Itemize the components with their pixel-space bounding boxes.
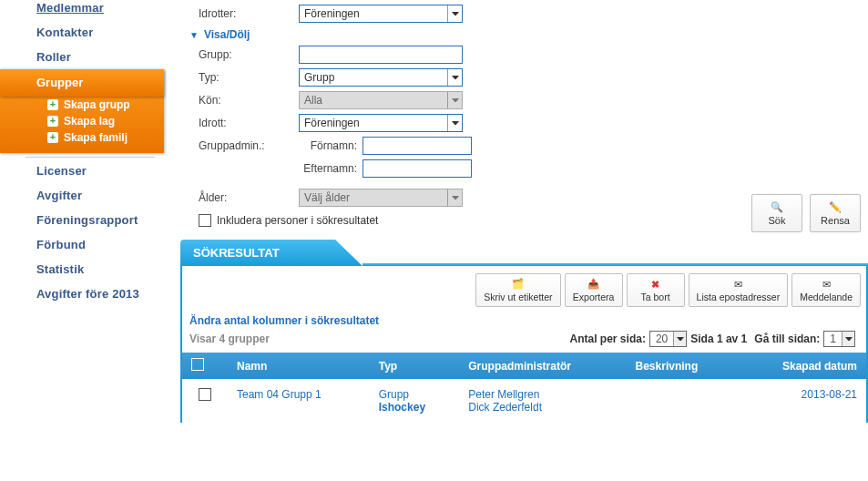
chevron-down-icon (842, 332, 854, 346)
nav-kontakter[interactable]: Kontakter (0, 20, 164, 45)
rensa-button[interactable]: ✏️ Rensa (810, 194, 861, 232)
change-columns-link[interactable]: Ändra antal kolumner i sökresultatet (182, 311, 866, 329)
group-sport-link[interactable]: Ishockey (379, 401, 425, 414)
efternamn-input[interactable] (363, 159, 472, 178)
select-value: Grupp (300, 71, 447, 84)
col-beskr[interactable]: Beskrivning (627, 353, 739, 379)
nav-sub-label: Skapa familj (64, 131, 128, 144)
triangle-down-icon: ▼ (189, 30, 199, 40)
nav-roller[interactable]: Roller (0, 45, 164, 69)
results-body: 🗂️ Skriv ut etiketter 📤 Exportera ✖ Ta b… (180, 266, 868, 423)
idrott-select[interactable]: Föreningen (299, 114, 463, 132)
nav-foreningsrapport[interactable]: Föreningsrapport (0, 208, 164, 232)
gruppadmin-label: Gruppadmin.: (199, 139, 299, 152)
results-tab: SÖKRESULTAT (180, 240, 363, 266)
sok-button[interactable]: 🔍 Sök (751, 194, 802, 232)
select-value: 20 (650, 333, 673, 345)
admin-link[interactable]: Peter Mellgren (468, 388, 539, 401)
btn-label: Lista epostadresser (697, 292, 781, 302)
fornamn-input[interactable] (363, 137, 472, 155)
nav-skapa-lag[interactable]: + Skapa lag (0, 113, 164, 129)
message-button[interactable]: ✉ Meddelande (791, 273, 861, 307)
kon-label: Kön: (199, 94, 299, 107)
plus-icon: + (47, 132, 58, 143)
nav-sub-label: Skapa lag (64, 115, 115, 128)
select-value: Alla (300, 94, 447, 107)
fornamn-label: Förnamn: (299, 139, 363, 152)
select-value: Föreningen (300, 117, 447, 129)
btn-label: Sök (769, 215, 786, 226)
visa-dolj-label: Visa/Dölj (204, 28, 250, 41)
chevron-down-icon (447, 69, 462, 86)
grupp-label: Grupp: (199, 48, 299, 61)
nav-medlemmar[interactable]: Medlemmar (0, 0, 164, 20)
select-value: 1 (824, 333, 842, 345)
print-icon: 🗂️ (512, 278, 524, 290)
delete-icon: ✖ (651, 279, 659, 290)
export-button[interactable]: 📤 Exportera (565, 273, 623, 307)
print-labels-button[interactable]: 🗂️ Skriv ut etiketter (475, 273, 560, 307)
chevron-down-icon (447, 115, 462, 131)
col-typ[interactable]: Typ (370, 353, 460, 379)
btn-label: Meddelande (800, 292, 853, 302)
nav-statistik[interactable]: Statistik (0, 257, 164, 281)
goto-label: Gå till sidan: (754, 333, 820, 345)
col-admin[interactable]: Gruppadministratör (459, 353, 626, 379)
nav-avgifter-2013[interactable]: Avgifter före 2013 (0, 281, 164, 306)
select-all-checkbox[interactable] (191, 358, 204, 371)
kon-select: Alla (299, 91, 463, 109)
action-buttons: 🔍 Sök ✏️ Rensa (751, 194, 861, 232)
results-header: SÖKRESULTAT (180, 240, 868, 266)
chevron-down-icon (447, 189, 462, 206)
plus-icon: + (47, 99, 58, 110)
idrott-label: Idrott: (199, 117, 299, 129)
admin-link[interactable]: Dick Zederfeldt (468, 401, 542, 414)
plus-icon: + (47, 116, 58, 127)
chevron-down-icon (673, 332, 686, 346)
nav-grupper[interactable]: Grupper (0, 69, 164, 97)
list-emails-button[interactable]: ✉ Lista epostadresser (689, 273, 789, 307)
nav-avgifter[interactable]: Avgifter (0, 183, 164, 208)
nav-sub-label: Skapa grupp (64, 98, 130, 111)
chevron-down-icon (447, 5, 462, 22)
nav-skapa-familj[interactable]: + Skapa familj (0, 129, 164, 146)
nav-licenser[interactable]: Licenser (0, 159, 164, 183)
btn-label: Exportera (573, 292, 615, 302)
select-value: Föreningen (300, 7, 447, 20)
chevron-down-icon (447, 92, 462, 108)
nav-skapa-grupp[interactable]: + Skapa grupp (0, 97, 164, 113)
divider (26, 157, 155, 158)
row-checkbox[interactable] (199, 388, 211, 401)
clear-icon: ✏️ (829, 201, 842, 213)
select-value: Välj ålder (300, 191, 447, 204)
goto-page-select[interactable]: 1 (823, 331, 855, 347)
visa-dolj-toggle[interactable]: ▼ Visa/Dölj (189, 28, 859, 41)
page-info: Sida 1 av 1 (690, 333, 747, 345)
typ-label: Typ: (199, 71, 299, 84)
alder-select: Välj ålder (299, 189, 463, 207)
pager: Visar 4 grupper Antal per sida: 20 Sida … (182, 329, 866, 353)
inkludera-checkbox[interactable] (199, 214, 211, 227)
mail-icon: ✉ (734, 279, 742, 290)
alder-label: Ålder: (199, 191, 299, 204)
mail-icon: ✉ (822, 279, 831, 290)
nav-forbund[interactable]: Förbund (0, 232, 164, 257)
search-icon: 🔍 (771, 201, 783, 213)
per-page-label: Antal per sida: (570, 333, 646, 345)
showing-count: Visar 4 grupper (189, 333, 270, 345)
tab-fill (363, 263, 868, 266)
idrotter-label: Idrotter: (199, 7, 299, 20)
table-row: Team 04 Grupp 1 Grupp Ishockey Peter Mel… (182, 379, 866, 423)
nav-group-grupper: Grupper + Skapa grupp + Skapa lag + Skap… (0, 69, 164, 153)
btn-label: Skriv ut etiketter (484, 292, 552, 302)
col-datum[interactable]: Skapad datum (738, 353, 866, 379)
inkludera-label: Inkludera personer i sökresultatet (217, 214, 378, 227)
group-name-link[interactable]: Team 04 Grupp 1 (237, 388, 322, 401)
results-table: Namn Typ Gruppadministratör Beskrivning … (182, 353, 866, 423)
typ-select[interactable]: Grupp (299, 68, 463, 87)
per-page-select[interactable]: 20 (649, 331, 687, 347)
grupp-input[interactable] (299, 46, 463, 64)
delete-button[interactable]: ✖ Ta bort (627, 273, 685, 307)
col-namn[interactable]: Namn (228, 353, 370, 379)
idrotter-select[interactable]: Föreningen (299, 5, 463, 23)
